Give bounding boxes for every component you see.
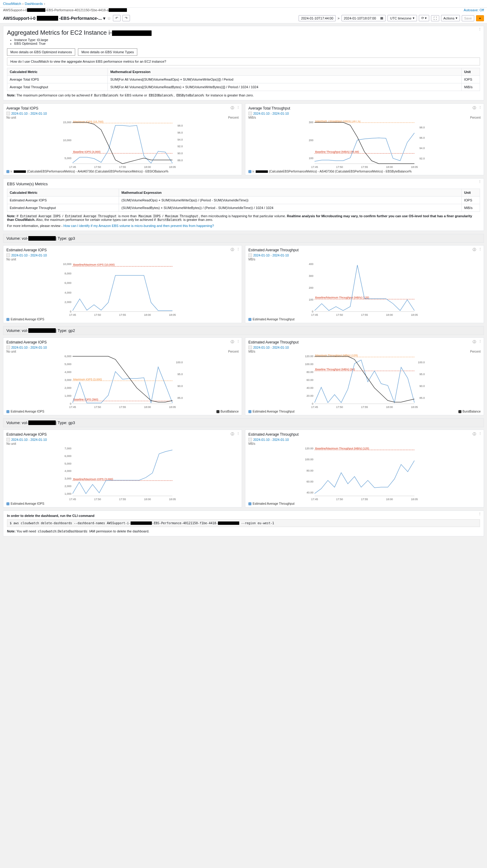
date-range-link[interactable]: 2024-01-10 - 2024-01-10: [253, 253, 289, 257]
panel-menu-icon[interactable]: ⋮: [478, 512, 482, 516]
autosave-toggle[interactable]: Autosave: Off: [464, 8, 484, 12]
redo-button[interactable]: ↷: [122, 15, 130, 21]
code: cloudwatch:DeleteDashboards: [37, 530, 88, 533]
info-icon[interactable]: ⓘ: [473, 105, 476, 110]
t: Volume: vol-: [6, 328, 28, 333]
svg-text:18:00: 18:00: [386, 313, 393, 316]
chart-svg[interactable]: 17:4517:5017:5518:0018:056,0005,0004,000…: [6, 354, 239, 409]
expand-button[interactable]: ⛶: [431, 15, 439, 21]
chevron-down-icon[interactable]: ▾: [103, 16, 105, 21]
add-widget-button[interactable]: +: [476, 15, 484, 21]
unit-left: MiB/s: [248, 116, 256, 119]
date-range-link[interactable]: 2024-01-10 - 2024-01-10: [11, 438, 47, 441]
time-from[interactable]: 2024-01-10T17:44:00: [299, 15, 336, 21]
panel-menu-icon[interactable]: ⋮: [479, 105, 482, 110]
info-icon[interactable]: ⓘ: [231, 432, 234, 436]
save-button[interactable]: Save: [462, 15, 474, 21]
svg-text:6,000: 6,000: [64, 455, 71, 458]
copy-icon[interactable]: [6, 346, 10, 349]
svg-text:18:00: 18:00: [386, 498, 393, 501]
panel-menu-icon[interactable]: ⋮: [479, 340, 482, 344]
date-range-link[interactable]: 2024-01-10 - 2024-01-10: [11, 346, 47, 349]
svg-text:6,000: 6,000: [64, 281, 71, 284]
actions-button[interactable]: Actions ▾: [441, 15, 460, 21]
panel-menu-icon[interactable]: ⋮: [479, 247, 482, 252]
copy-icon[interactable]: [6, 253, 10, 257]
breadcrumb: CloudWatch › Dashboards ›: [0, 0, 487, 8]
copy-icon[interactable]: [248, 253, 252, 257]
time-to[interactable]: 2024-01-10T18:07:00 ▦: [341, 15, 386, 21]
legend-text: (CalculateEBSPerformanceMetrics) - Ai4d4…: [27, 170, 169, 173]
copy-icon[interactable]: [248, 346, 252, 349]
panel-menu-icon[interactable]: ⋮: [237, 340, 240, 344]
chart-svg[interactable]: 17:4517:5017:5518:0018:05120.00100.0080.…: [248, 446, 481, 501]
info-icon[interactable]: ⓘ: [473, 432, 476, 436]
svg-text:92.0: 92.0: [420, 157, 425, 160]
ebs-volume-types-button[interactable]: More details on EBS Volume Types: [78, 49, 137, 56]
svg-text:96.0: 96.0: [420, 136, 425, 140]
chart-svg[interactable]: 17:4517:5017:5518:0018:0510,0008,0006,00…: [6, 262, 239, 317]
t: Also, the maximum performance for certai…: [35, 218, 157, 221]
vol2-header: Volume: vol-xxxxxxx | Type: gp2: [3, 326, 484, 335]
t: | Type: gp2: [56, 328, 75, 333]
microburst-link[interactable]: How can I identify if my Amazon EBS volu…: [63, 224, 214, 227]
svg-text:92.0: 92.0: [178, 145, 183, 148]
panel-menu-icon[interactable]: ⋮: [237, 247, 240, 252]
timezone-select[interactable]: UTC timezone ▾: [388, 15, 417, 21]
info-icon[interactable]: ⓘ: [231, 247, 234, 252]
undo-button[interactable]: ↶: [113, 15, 121, 21]
svg-text:1,000: 1,000: [64, 394, 71, 397]
svg-text:96.0: 96.0: [178, 131, 183, 134]
chart-svg[interactable]: 17:4517:5017:5518:0018:05120.00100.0080.…: [248, 354, 481, 409]
redacted: xxxxxx: [130, 522, 152, 525]
svg-text:18:05: 18:05: [169, 165, 176, 168]
date-range-link[interactable]: 2024-01-10 - 2024-01-10: [253, 346, 289, 349]
copy-icon[interactable]: [248, 112, 252, 115]
info-icon[interactable]: ⓘ: [231, 340, 234, 344]
legend-dot: [248, 410, 251, 413]
unit-left: MB/s: [248, 350, 255, 353]
info-icon[interactable]: ⓘ: [473, 247, 476, 252]
t: You will need: [16, 529, 37, 533]
date-range-link[interactable]: 2024-01-10 - 2024-01-10: [253, 438, 289, 441]
info-icon[interactable]: ⓘ: [231, 105, 234, 110]
th: Mathematical Expression: [108, 68, 462, 76]
code: Estimated Average IOPS: [19, 215, 61, 218]
date-range-link[interactable]: 2024-01-10 - 2024-01-10: [11, 253, 47, 257]
panel-menu-icon[interactable]: ⋮: [237, 432, 240, 436]
t: i-: [11, 170, 12, 173]
unit-left: MB/s: [248, 258, 255, 261]
copy-icon[interactable]: [6, 112, 10, 115]
copy-icon[interactable]: [248, 438, 252, 441]
svg-text:90.0: 90.0: [420, 384, 425, 388]
star-icon[interactable]: ☆: [107, 16, 111, 21]
copy-icon[interactable]: [6, 438, 10, 441]
chart-v3-tput: ⓘ⋮ Estimated Average Throughput 2024-01-…: [245, 430, 484, 507]
refresh-button[interactable]: ⟳ ▾: [419, 15, 429, 21]
svg-text:17:55: 17:55: [361, 498, 368, 501]
svg-text:94.0: 94.0: [178, 138, 183, 141]
svg-text:5,000: 5,000: [64, 363, 71, 366]
date-range-link[interactable]: 2024-01-10 - 2024-01-10: [253, 112, 289, 115]
t: For more information, please review -: [7, 224, 63, 227]
info-icon[interactable]: ⓘ: [473, 340, 476, 344]
panel-menu-icon[interactable]: ⋮: [479, 432, 482, 436]
svg-text:18:05: 18:05: [411, 313, 418, 316]
path-prefix: AWSSupport-i-0: [3, 8, 27, 12]
date-range-link[interactable]: 2024-01-10 - 2024-01-10: [11, 112, 47, 115]
svg-text:17:50: 17:50: [94, 406, 101, 409]
chart-svg[interactable]: 17:4517:5017:5518:0018:054003002001000Ba…: [248, 262, 481, 317]
bc-cloudwatch[interactable]: CloudWatch: [3, 2, 21, 5]
chart-svg[interactable]: 17:4517:5017:5518:0018:0530020010098.096…: [248, 121, 481, 169]
ebs-optimized-info-button[interactable]: More details on EBS Optimized instances: [7, 49, 75, 56]
actions-text: Actions: [444, 17, 454, 20]
chart-svg[interactable]: 17:4517:5017:5518:0018:057,0006,0005,000…: [6, 446, 239, 501]
chart-svg[interactable]: 17:4517:5017:5518:0018:0515,00010,0005,0…: [6, 121, 239, 169]
bc-dashboards[interactable]: Dashboards: [25, 2, 42, 5]
panel-menu-icon[interactable]: ⋮: [478, 27, 482, 31]
chart-title: Estimated Average Throughput: [248, 248, 481, 252]
panel-menu-icon[interactable]: ⋮: [237, 105, 240, 110]
t: If: [16, 214, 19, 218]
td: Estimated Average Throughput: [7, 204, 119, 212]
panel-menu-icon[interactable]: ⋮: [478, 180, 482, 184]
